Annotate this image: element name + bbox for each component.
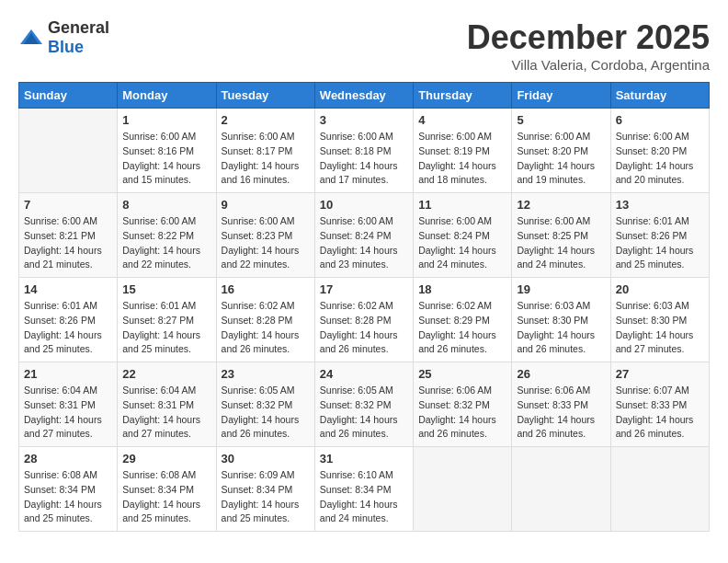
calendar-cell: 29Sunrise: 6:08 AMSunset: 8:34 PMDayligh…	[118, 447, 216, 532]
day-detail: Sunrise: 6:00 AMSunset: 8:16 PMDaylight:…	[122, 130, 210, 188]
day-detail: Sunrise: 6:04 AMSunset: 8:31 PMDaylight:…	[24, 384, 112, 442]
calendar-cell: 7Sunrise: 6:00 AMSunset: 8:21 PMDaylight…	[19, 193, 118, 278]
day-detail: Sunrise: 6:08 AMSunset: 8:34 PMDaylight:…	[122, 468, 210, 526]
calendar-table: SundayMondayTuesdayWednesdayThursdayFrid…	[18, 82, 710, 532]
day-number: 20	[616, 282, 704, 296]
day-number: 2	[222, 113, 310, 127]
calendar-cell: 27Sunrise: 6:07 AMSunset: 8:33 PMDayligh…	[610, 362, 709, 447]
calendar-cell: 8Sunrise: 6:00 AMSunset: 8:22 PMDaylight…	[118, 193, 216, 278]
calendar-body: 1Sunrise: 6:00 AMSunset: 8:16 PMDaylight…	[19, 109, 710, 532]
calendar-cell: 3Sunrise: 6:00 AMSunset: 8:18 PMDaylight…	[314, 109, 413, 193]
day-number: 29	[122, 452, 210, 465]
day-number: 16	[222, 282, 310, 296]
logo-blue: Blue	[48, 38, 84, 56]
calendar-cell: 28Sunrise: 6:08 AMSunset: 8:34 PMDayligh…	[19, 447, 118, 532]
day-number: 17	[320, 282, 408, 296]
day-detail: Sunrise: 6:03 AMSunset: 8:30 PMDaylight:…	[517, 299, 605, 357]
day-number: 13	[616, 198, 704, 212]
calendar-cell: 23Sunrise: 6:05 AMSunset: 8:32 PMDayligh…	[216, 362, 314, 447]
calendar-cell: 26Sunrise: 6:06 AMSunset: 8:33 PMDayligh…	[512, 362, 610, 447]
day-number: 7	[24, 198, 112, 212]
calendar-week-row: 7Sunrise: 6:00 AMSunset: 8:21 PMDaylight…	[19, 193, 710, 278]
weekday-header-sunday: Sunday	[19, 83, 118, 109]
calendar-cell: 21Sunrise: 6:04 AMSunset: 8:31 PMDayligh…	[19, 362, 118, 447]
day-number: 19	[517, 282, 605, 296]
day-number: 24	[320, 367, 408, 381]
calendar-week-row: 14Sunrise: 6:01 AMSunset: 8:26 PMDayligh…	[19, 278, 710, 362]
day-detail: Sunrise: 6:01 AMSunset: 8:26 PMDaylight:…	[616, 214, 704, 272]
weekday-header-monday: Monday	[118, 83, 216, 109]
calendar-cell: 24Sunrise: 6:05 AMSunset: 8:32 PMDayligh…	[314, 362, 413, 447]
day-detail: Sunrise: 6:00 AMSunset: 8:19 PMDaylight:…	[418, 130, 506, 188]
calendar-cell	[512, 447, 610, 532]
calendar-cell: 16Sunrise: 6:02 AMSunset: 8:28 PMDayligh…	[216, 278, 314, 362]
day-number: 23	[222, 367, 310, 381]
logo: General Blue	[18, 18, 109, 57]
day-detail: Sunrise: 6:02 AMSunset: 8:29 PMDaylight:…	[418, 299, 506, 357]
logo-icon	[18, 28, 44, 48]
title-area: December 2025 Villa Valeria, Cordoba, Ar…	[467, 18, 710, 73]
day-detail: Sunrise: 6:09 AMSunset: 8:34 PMDaylight:…	[222, 468, 310, 526]
calendar-cell: 25Sunrise: 6:06 AMSunset: 8:32 PMDayligh…	[414, 362, 512, 447]
day-number: 26	[517, 367, 605, 381]
page-header: General Blue December 2025 Villa Valeria…	[18, 18, 710, 73]
calendar-cell: 20Sunrise: 6:03 AMSunset: 8:30 PMDayligh…	[610, 278, 709, 362]
day-detail: Sunrise: 6:00 AMSunset: 8:20 PMDaylight:…	[616, 130, 704, 188]
day-number: 5	[517, 113, 605, 127]
day-detail: Sunrise: 6:00 AMSunset: 8:23 PMDaylight:…	[222, 214, 310, 272]
day-number: 6	[616, 113, 704, 127]
weekday-header-friday: Friday	[512, 83, 610, 109]
day-detail: Sunrise: 6:10 AMSunset: 8:34 PMDaylight:…	[320, 468, 408, 526]
day-number: 3	[320, 113, 408, 127]
day-number: 1	[122, 113, 210, 127]
calendar-cell: 17Sunrise: 6:02 AMSunset: 8:28 PMDayligh…	[314, 278, 413, 362]
day-detail: Sunrise: 6:00 AMSunset: 8:24 PMDaylight:…	[418, 214, 506, 272]
calendar-cell: 9Sunrise: 6:00 AMSunset: 8:23 PMDaylight…	[216, 193, 314, 278]
day-number: 15	[122, 282, 210, 296]
day-detail: Sunrise: 6:00 AMSunset: 8:21 PMDaylight:…	[24, 214, 112, 272]
calendar-cell: 15Sunrise: 6:01 AMSunset: 8:27 PMDayligh…	[118, 278, 216, 362]
day-number: 25	[418, 367, 506, 381]
day-detail: Sunrise: 6:06 AMSunset: 8:32 PMDaylight:…	[418, 384, 506, 442]
weekday-header-saturday: Saturday	[610, 83, 709, 109]
day-number: 11	[418, 198, 506, 212]
calendar-week-row: 1Sunrise: 6:00 AMSunset: 8:16 PMDaylight…	[19, 109, 710, 193]
calendar-week-row: 28Sunrise: 6:08 AMSunset: 8:34 PMDayligh…	[19, 447, 710, 532]
calendar-cell: 12Sunrise: 6:00 AMSunset: 8:25 PMDayligh…	[512, 193, 610, 278]
day-detail: Sunrise: 6:03 AMSunset: 8:30 PMDaylight:…	[616, 299, 704, 357]
calendar-cell: 14Sunrise: 6:01 AMSunset: 8:26 PMDayligh…	[19, 278, 118, 362]
day-number: 18	[418, 282, 506, 296]
calendar-cell: 1Sunrise: 6:00 AMSunset: 8:16 PMDaylight…	[118, 109, 216, 193]
day-detail: Sunrise: 6:05 AMSunset: 8:32 PMDaylight:…	[320, 384, 408, 442]
day-detail: Sunrise: 6:08 AMSunset: 8:34 PMDaylight:…	[24, 468, 112, 526]
day-detail: Sunrise: 6:05 AMSunset: 8:32 PMDaylight:…	[222, 384, 310, 442]
weekday-header-tuesday: Tuesday	[216, 83, 314, 109]
day-number: 31	[320, 452, 408, 465]
day-number: 21	[24, 367, 112, 381]
weekday-header-thursday: Thursday	[414, 83, 512, 109]
day-detail: Sunrise: 6:01 AMSunset: 8:27 PMDaylight:…	[122, 299, 210, 357]
weekday-header-row: SundayMondayTuesdayWednesdayThursdayFrid…	[19, 83, 710, 109]
calendar-cell	[610, 447, 709, 532]
day-detail: Sunrise: 6:00 AMSunset: 8:24 PMDaylight:…	[320, 214, 408, 272]
calendar-cell: 22Sunrise: 6:04 AMSunset: 8:31 PMDayligh…	[118, 362, 216, 447]
calendar-week-row: 21Sunrise: 6:04 AMSunset: 8:31 PMDayligh…	[19, 362, 710, 447]
day-detail: Sunrise: 6:02 AMSunset: 8:28 PMDaylight:…	[320, 299, 408, 357]
calendar-cell: 6Sunrise: 6:00 AMSunset: 8:20 PMDaylight…	[610, 109, 709, 193]
weekday-header-wednesday: Wednesday	[314, 83, 413, 109]
day-number: 12	[517, 198, 605, 212]
calendar-cell: 2Sunrise: 6:00 AMSunset: 8:17 PMDaylight…	[216, 109, 314, 193]
location-title: Villa Valeria, Cordoba, Argentina	[467, 57, 710, 73]
day-number: 9	[222, 198, 310, 212]
day-detail: Sunrise: 6:00 AMSunset: 8:18 PMDaylight:…	[320, 130, 408, 188]
calendar-cell: 30Sunrise: 6:09 AMSunset: 8:34 PMDayligh…	[216, 447, 314, 532]
day-detail: Sunrise: 6:02 AMSunset: 8:28 PMDaylight:…	[222, 299, 310, 357]
calendar-cell: 5Sunrise: 6:00 AMSunset: 8:20 PMDaylight…	[512, 109, 610, 193]
day-detail: Sunrise: 6:00 AMSunset: 8:22 PMDaylight:…	[122, 214, 210, 272]
day-number: 22	[122, 367, 210, 381]
calendar-cell	[414, 447, 512, 532]
logo-general: General	[48, 18, 109, 37]
calendar-cell	[19, 109, 118, 193]
day-detail: Sunrise: 6:01 AMSunset: 8:26 PMDaylight:…	[24, 299, 112, 357]
day-detail: Sunrise: 6:06 AMSunset: 8:33 PMDaylight:…	[517, 384, 605, 442]
